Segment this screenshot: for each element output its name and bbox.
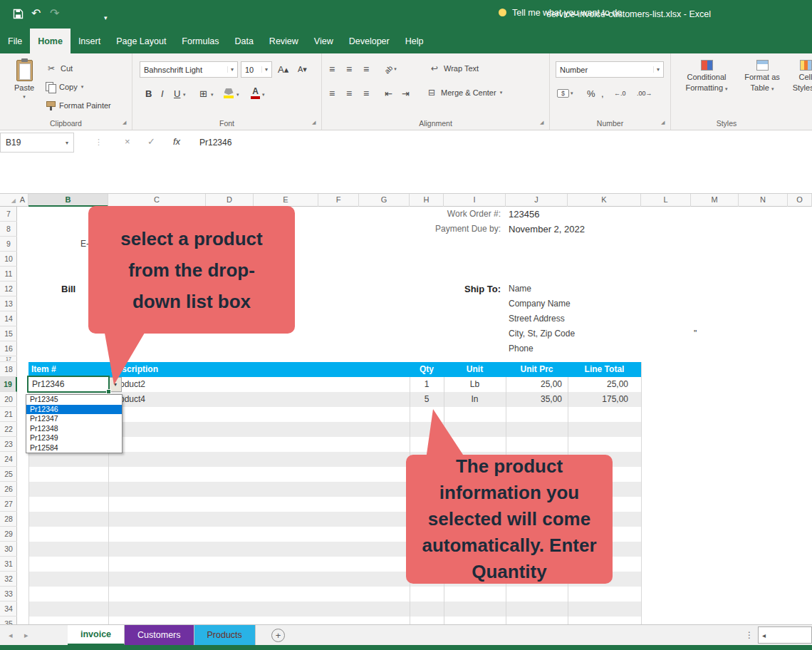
qat-customize-icon[interactable]: ▾ bbox=[104, 11, 108, 24]
cell-I18[interactable]: Unit bbox=[444, 362, 506, 377]
cell-K18[interactable]: Line Total bbox=[568, 362, 641, 377]
chevron-down-icon[interactable]: ▾ bbox=[211, 88, 214, 102]
dialog-launcher-icon[interactable]: ◢ bbox=[123, 120, 126, 125]
conditional-formatting-button[interactable]: Conditional Formatting ▾ bbox=[678, 60, 735, 110]
row-header-35[interactable]: 35 bbox=[0, 617, 17, 624]
undo-icon[interactable]: ↶ bbox=[31, 7, 41, 20]
cell-J13[interactable]: Company Name bbox=[509, 296, 571, 311]
dropdown-item-Pr12347[interactable]: Pr12347 bbox=[26, 414, 122, 424]
column-header-E[interactable]: E bbox=[254, 194, 318, 207]
chevron-down-icon[interactable]: ▾ bbox=[262, 88, 265, 102]
redo-icon[interactable]: ↷ bbox=[50, 7, 59, 20]
chevron-down-icon[interactable]: ▾ bbox=[183, 88, 186, 102]
font-name-select[interactable]: Bahnschrift Light ▾ bbox=[140, 61, 238, 78]
dropdown-item-Pr12345[interactable]: Pr12345 bbox=[26, 395, 122, 405]
column-header-B[interactable]: B bbox=[28, 194, 108, 207]
row-header-13[interactable]: 13 bbox=[0, 296, 17, 311]
row-header-19[interactable]: 19 bbox=[0, 377, 17, 392]
row-header-28[interactable]: 28 bbox=[0, 512, 17, 527]
cell-J16[interactable]: Phone bbox=[509, 341, 533, 356]
cell-I12[interactable]: Ship To: bbox=[464, 282, 501, 296]
cell-J15[interactable]: City, St, Zip Code bbox=[509, 326, 575, 341]
enter-button[interactable]: ✓ bbox=[147, 136, 155, 147]
select-all-button[interactable]: ◢ bbox=[0, 194, 17, 207]
row-header-15[interactable]: 15 bbox=[0, 326, 17, 341]
paste-button[interactable]: Paste ▾ bbox=[4, 58, 44, 113]
align-left-button[interactable]: ≡ bbox=[329, 86, 334, 100]
cell-styles-button[interactable]: Cell Styles ▾ bbox=[788, 60, 812, 110]
column-header-C[interactable]: C bbox=[108, 194, 206, 207]
shrink-font-button[interactable]: A▾ bbox=[298, 62, 307, 76]
sheet-tab-products[interactable]: Products bbox=[194, 625, 256, 645]
wrap-text-button[interactable]: ↩ Wrap Text bbox=[429, 61, 479, 76]
borders-button[interactable]: ⊞ bbox=[199, 86, 207, 100]
cell-I7[interactable]: Work Order #: bbox=[447, 207, 501, 222]
font-size-select[interactable]: 10 ▾ bbox=[241, 61, 272, 78]
format-as-table-button[interactable]: Format as Table ▾ bbox=[739, 60, 785, 110]
cell-J7[interactable]: 123456 bbox=[509, 207, 539, 222]
column-header-A[interactable]: A bbox=[17, 194, 28, 207]
row-header-21[interactable]: 21 bbox=[0, 407, 17, 422]
dialog-launcher-icon[interactable]: ◢ bbox=[312, 120, 316, 125]
row-header-7[interactable]: 7 bbox=[0, 207, 17, 222]
cell-J12[interactable]: Name bbox=[509, 282, 531, 296]
bold-button[interactable]: B bbox=[145, 86, 152, 100]
cell-K20[interactable]: 175,00 bbox=[602, 392, 628, 407]
column-header-M[interactable]: M bbox=[691, 194, 739, 207]
format-painter-button[interactable]: Format Painter bbox=[46, 98, 111, 113]
row-header-16[interactable]: 16 bbox=[0, 341, 17, 356]
font-color-button[interactable]: A bbox=[251, 86, 260, 100]
dialog-launcher-icon[interactable]: ◢ bbox=[661, 120, 665, 125]
row-header-10[interactable]: 10 bbox=[0, 252, 17, 267]
row-header-9[interactable]: 9 bbox=[0, 237, 17, 252]
cell-J14[interactable]: Street Address bbox=[509, 311, 565, 326]
copy-button[interactable]: Copy ▾ bbox=[46, 79, 83, 95]
row-header-29[interactable]: 29 bbox=[0, 527, 17, 542]
align-top-button[interactable]: ≡ bbox=[329, 62, 334, 76]
number-format-select[interactable]: Number ▾ bbox=[556, 61, 664, 78]
italic-button[interactable]: I bbox=[161, 86, 164, 100]
row-header-11[interactable]: 11 bbox=[0, 267, 17, 282]
tab-options-icon[interactable]: ⋮ bbox=[745, 630, 754, 640]
align-center-button[interactable]: ≡ bbox=[346, 86, 351, 100]
accounting-format-button[interactable]: $▾ bbox=[557, 86, 573, 100]
ribbon-tab-help[interactable]: Help bbox=[397, 29, 432, 53]
ribbon-tab-review[interactable]: Review bbox=[261, 29, 306, 53]
column-header-L[interactable]: L bbox=[641, 194, 691, 207]
active-cell[interactable]: Pr12346 bbox=[27, 376, 110, 393]
row-header-33[interactable]: 33 bbox=[0, 587, 17, 602]
row-header-18[interactable]: 18 bbox=[0, 362, 17, 377]
cell-J20[interactable]: 35,00 bbox=[541, 392, 562, 407]
row-header-23[interactable]: 23 bbox=[0, 437, 17, 452]
column-header-I[interactable]: I bbox=[444, 194, 506, 207]
ribbon-tab-home[interactable]: Home bbox=[30, 29, 71, 53]
increase-decimal-button[interactable]: ←.0 bbox=[614, 86, 626, 100]
comma-style-button[interactable]: , bbox=[601, 86, 604, 100]
cell-I8[interactable]: Payment Due by: bbox=[435, 222, 501, 237]
ribbon-tab-insert[interactable]: Insert bbox=[71, 29, 108, 53]
percent-style-button[interactable]: % bbox=[587, 86, 595, 100]
cell-B18[interactable]: Item # bbox=[31, 362, 56, 377]
dropdown-item-Pr12349[interactable]: Pr12349 bbox=[26, 433, 122, 443]
row-header-31[interactable]: 31 bbox=[0, 557, 17, 572]
cell-J19[interactable]: 25,00 bbox=[541, 377, 562, 392]
column-header-F[interactable]: F bbox=[318, 194, 359, 207]
dialog-launcher-icon[interactable]: ◢ bbox=[540, 120, 543, 125]
save-icon[interactable] bbox=[13, 9, 24, 21]
ribbon-tab-file[interactable]: File bbox=[0, 29, 30, 53]
sheet-tab-invoice[interactable]: invoice bbox=[68, 625, 125, 645]
ribbon-tab-data[interactable]: Data bbox=[227, 29, 261, 53]
orientation-button[interactable]: ab▾ bbox=[385, 62, 397, 76]
row-header-27[interactable]: 27 bbox=[0, 497, 17, 512]
name-box[interactable]: B19 ▾ bbox=[0, 133, 74, 153]
row-header-25[interactable]: 25 bbox=[0, 467, 17, 482]
underline-button[interactable]: U bbox=[174, 86, 180, 100]
cell-C18[interactable]: Description bbox=[111, 362, 158, 377]
row-header-24[interactable]: 24 bbox=[0, 452, 17, 467]
column-header-J[interactable]: J bbox=[506, 194, 568, 207]
row-header-17[interactable]: 17 bbox=[0, 356, 17, 362]
cell-H19[interactable]: 1 bbox=[410, 377, 444, 392]
align-bottom-button[interactable]: ≡ bbox=[363, 62, 368, 76]
ribbon-tab-page-layout[interactable]: Page Layout bbox=[108, 29, 174, 53]
column-header-G[interactable]: G bbox=[359, 194, 410, 207]
